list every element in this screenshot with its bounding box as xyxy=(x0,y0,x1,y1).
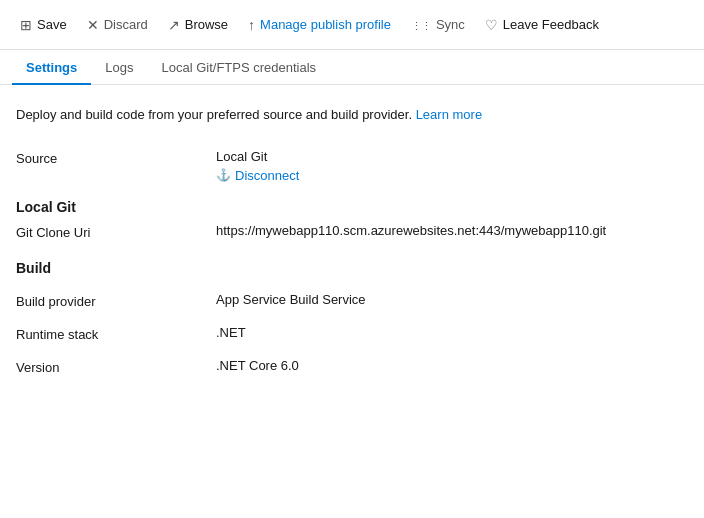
discard-button[interactable]: Discard xyxy=(79,11,156,39)
manage-publish-button[interactable]: Manage publish profile xyxy=(240,11,399,39)
git-clone-uri-value: https://mywebapp110.scm.azurewebsites.ne… xyxy=(216,223,688,238)
source-field-row: Source Local Git ⚓ Disconnect xyxy=(16,149,688,183)
save-button[interactable]: Save xyxy=(12,11,75,39)
build-provider-row: Build provider App Service Build Service xyxy=(16,292,688,309)
version-label: Version xyxy=(16,358,216,375)
sync-icon xyxy=(411,17,431,33)
build-header: Build xyxy=(16,260,688,276)
tabs-bar: Settings Logs Local Git/FTPS credentials xyxy=(0,50,704,85)
save-label: Save xyxy=(37,17,67,32)
sync-button[interactable]: Sync xyxy=(403,11,473,39)
toolbar: Save Discard Browse Manage publish profi… xyxy=(0,0,704,50)
save-icon xyxy=(20,17,32,33)
heart-icon xyxy=(485,17,498,33)
manage-label: Manage publish profile xyxy=(260,17,391,32)
publish-icon xyxy=(248,17,255,33)
browse-button[interactable]: Browse xyxy=(160,11,236,39)
link-icon: ⚓ xyxy=(216,168,231,182)
source-value: Local Git xyxy=(216,149,688,164)
runtime-stack-value: .NET xyxy=(216,325,688,340)
discard-label: Discard xyxy=(104,17,148,32)
browse-label: Browse xyxy=(185,17,228,32)
disconnect-link[interactable]: ⚓ Disconnect xyxy=(216,168,688,183)
description-row: Deploy and build code from your preferre… xyxy=(16,105,688,125)
browse-icon xyxy=(168,17,180,33)
local-git-header: Local Git xyxy=(16,199,688,215)
source-label: Source xyxy=(16,149,216,166)
git-clone-uri-row: Git Clone Uri https://mywebapp110.scm.az… xyxy=(16,223,688,240)
learn-more-link[interactable]: Learn more xyxy=(416,107,482,122)
source-value-container: Local Git ⚓ Disconnect xyxy=(216,149,688,183)
version-value: .NET Core 6.0 xyxy=(216,358,688,373)
main-content: Deploy and build code from your preferre… xyxy=(0,85,704,411)
discard-icon xyxy=(87,17,99,33)
tab-settings[interactable]: Settings xyxy=(12,50,91,85)
runtime-stack-row: Runtime stack .NET xyxy=(16,325,688,342)
sync-label: Sync xyxy=(436,17,465,32)
tab-logs[interactable]: Logs xyxy=(91,50,147,85)
runtime-stack-label: Runtime stack xyxy=(16,325,216,342)
description-text: Deploy and build code from your preferre… xyxy=(16,107,412,122)
build-provider-value: App Service Build Service xyxy=(216,292,688,307)
git-clone-uri-label: Git Clone Uri xyxy=(16,223,216,240)
build-provider-label: Build provider xyxy=(16,292,216,309)
version-row: Version .NET Core 6.0 xyxy=(16,358,688,375)
tab-credentials[interactable]: Local Git/FTPS credentials xyxy=(148,50,331,85)
feedback-label: Leave Feedback xyxy=(503,17,599,32)
feedback-button[interactable]: Leave Feedback xyxy=(477,11,607,39)
